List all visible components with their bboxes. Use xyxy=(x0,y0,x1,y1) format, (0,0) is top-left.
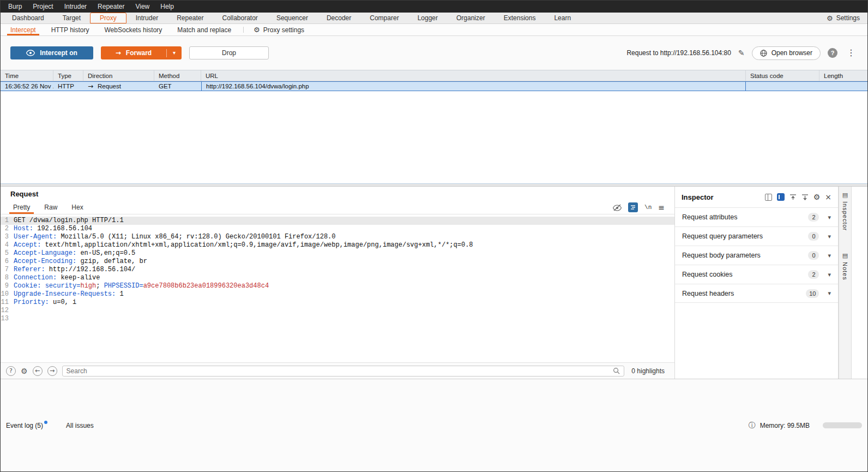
editor-line[interactable]: 5Accept-Language: en-US,en;q=0.5 xyxy=(1,249,674,258)
inspector-row-request-cookies[interactable]: Request cookies2▾ xyxy=(675,265,838,284)
intercept-toggle-button[interactable]: Intercept on xyxy=(10,46,93,59)
next-match-icon[interactable]: → xyxy=(47,366,57,376)
column-header-direction[interactable]: Direction xyxy=(83,70,154,81)
editor-tabs: PrettyRawHex xyxy=(6,201,91,214)
tab-target[interactable]: Target xyxy=(53,13,90,23)
event-log-button[interactable]: Event log (5) xyxy=(6,422,47,429)
highlights-count-label: 0 highlights xyxy=(629,367,669,375)
editor-line[interactable]: 9Cookie: security=high; PHPSESSID=a9ce78… xyxy=(1,282,674,290)
tab-collaborator[interactable]: Collaborator xyxy=(213,13,267,23)
tab-sequencer[interactable]: Sequencer xyxy=(267,13,317,23)
event-log-label: Event log (5) xyxy=(6,422,43,429)
search-help-icon[interactable]: ? xyxy=(6,366,16,376)
memory-bar xyxy=(823,422,862,428)
menu-intruder[interactable]: Intruder xyxy=(59,1,92,13)
drop-button[interactable]: Drop xyxy=(189,46,269,59)
prev-match-icon[interactable]: ← xyxy=(33,366,43,376)
inspector-row-request-body-parameters[interactable]: Request body parameters0▾ xyxy=(675,246,838,265)
editor-search-bar: ? ⚙ ← → 0 highlights xyxy=(1,362,674,379)
tab-decoder[interactable]: Decoder xyxy=(317,13,360,23)
table-row[interactable]: 16:36:52 26 Nov ...HTTP→RequestGEThttp:/… xyxy=(1,81,867,91)
cell-url[interactable]: http://192.168.56.104/dvwa/login.php xyxy=(201,81,746,91)
nonprinting-chars-toggle-icon[interactable]: \n xyxy=(644,204,652,211)
editor-line[interactable]: 8Connection: keep-alive xyxy=(1,274,674,282)
editor-line[interactable]: 4Accept: text/html,application/xhtml+xml… xyxy=(1,241,674,249)
inspector-row-label: Request headers xyxy=(682,290,806,297)
column-header-length[interactable]: Length xyxy=(819,70,867,81)
menu-view[interactable]: View xyxy=(130,1,155,13)
menu-repeater[interactable]: Repeater xyxy=(92,1,130,13)
subtab-match-and-replace[interactable]: Match and replace xyxy=(170,24,239,35)
inspector-toolbar: ⚙ × xyxy=(765,193,831,201)
column-header-url[interactable]: URL xyxy=(201,70,746,81)
editor-line[interactable]: 3User-Agent: Mozilla/5.0 (X11; Linux x86… xyxy=(1,233,674,241)
editor-line[interactable]: 7Referer: http://192.168.56.104/ xyxy=(1,266,674,274)
editor-line[interactable]: 11Priority: u=0, i xyxy=(1,298,674,307)
menu-help[interactable]: Help xyxy=(155,1,179,13)
expand-all-icon[interactable] xyxy=(801,194,809,201)
line-number: 5 xyxy=(1,249,14,258)
search-input[interactable] xyxy=(67,367,613,375)
edit-target-icon[interactable]: ✎ xyxy=(738,49,745,57)
proxy-settings-button[interactable]: ⚙ Proxy settings xyxy=(248,24,310,35)
editor-tab-pretty[interactable]: Pretty xyxy=(6,201,37,214)
tab-learn[interactable]: Learn xyxy=(545,13,580,23)
tab-comparer[interactable]: Comparer xyxy=(360,13,408,23)
tab-repeater[interactable]: Repeater xyxy=(167,13,213,23)
subtab-intercept[interactable]: Intercept xyxy=(3,24,44,35)
expanded-view-icon[interactable] xyxy=(777,193,785,201)
forward-button[interactable]: → Forward ▾ xyxy=(101,46,182,59)
inspector-close-icon[interactable]: × xyxy=(825,193,831,201)
settings-button[interactable]: ⚙ Settings xyxy=(819,13,867,23)
main-tab-bar: DashboardTargetProxyIntruderRepeaterColl… xyxy=(1,13,867,24)
inspector-row-request-query-parameters[interactable]: Request query parameters0▾ xyxy=(675,226,838,246)
chevron-down-icon[interactable]: ▾ xyxy=(167,50,182,56)
inspector-settings-icon[interactable]: ⚙ xyxy=(813,193,821,201)
subtab-websockets-history[interactable]: WebSockets history xyxy=(97,24,170,35)
menu-project[interactable]: Project xyxy=(27,1,58,13)
column-header-method[interactable]: Method xyxy=(154,70,201,81)
search-settings-icon[interactable]: ⚙ xyxy=(21,367,28,375)
collapse-all-icon[interactable] xyxy=(789,194,797,201)
column-header-time[interactable]: Time xyxy=(1,70,53,81)
editor-line[interactable]: 1GET /dvwa/login.php HTTP/1.1 xyxy=(1,217,674,225)
line-content: Accept-Encoding: gzip, deflate, br xyxy=(14,258,147,266)
tab-extensions[interactable]: Extensions xyxy=(495,13,545,23)
chevron-down-icon: ▾ xyxy=(828,272,831,278)
more-menu-icon[interactable]: ⋮ xyxy=(845,49,858,57)
inspector-row-request-headers[interactable]: Request headers10▾ xyxy=(675,284,838,303)
inspector-row-request-attributes[interactable]: Request attributes2▾ xyxy=(675,207,838,226)
proxy-settings-label: Proxy settings xyxy=(263,26,304,34)
editor-tab-raw[interactable]: Raw xyxy=(37,201,64,214)
wrap-lines-icon[interactable]: ≡ xyxy=(658,204,665,211)
editor-line[interactable]: 10Upgrade-Insecure-Requests: 1 xyxy=(1,290,674,298)
side-tab-inspector[interactable]: ▤Inspector xyxy=(842,192,848,231)
editor-line[interactable]: 13 xyxy=(1,315,674,323)
editor-line[interactable]: 12 xyxy=(1,307,674,315)
tab-intruder[interactable]: Intruder xyxy=(126,13,167,23)
eye-off-icon[interactable] xyxy=(613,204,622,211)
side-tab-notes[interactable]: ▤Notes xyxy=(842,253,848,280)
menu-burp[interactable]: Burp xyxy=(3,1,27,13)
all-issues-button[interactable]: All issues xyxy=(66,422,94,429)
request-editor[interactable]: 1GET /dvwa/login.php HTTP/1.12Host: 192.… xyxy=(1,214,674,362)
compact-view-icon[interactable] xyxy=(765,194,772,201)
tab-logger[interactable]: Logger xyxy=(408,13,447,23)
line-content: User-Agent: Mozilla/5.0 (X11; Linux x86_… xyxy=(14,233,336,241)
column-header-status-code[interactable]: Status code xyxy=(746,70,819,81)
subtab-http-history[interactable]: HTTP history xyxy=(44,24,97,35)
editor-tab-hex[interactable]: Hex xyxy=(64,201,90,214)
line-number: 9 xyxy=(1,282,14,290)
open-browser-button[interactable]: Open browser xyxy=(752,46,821,60)
pretty-print-toggle-icon[interactable] xyxy=(628,202,638,212)
column-header-type[interactable]: Type xyxy=(53,70,83,81)
editor-line[interactable]: 6Accept-Encoding: gzip, deflate, br xyxy=(1,258,674,266)
tab-dashboard[interactable]: Dashboard xyxy=(3,13,53,23)
tab-proxy[interactable]: Proxy xyxy=(90,13,126,23)
request-panel: Request PrettyRawHex \n ≡ 1GET /dvwa/log… xyxy=(1,187,675,379)
proxy-sub-tab-bar: InterceptHTTP historyWebSockets historyM… xyxy=(1,24,867,36)
table-empty-area xyxy=(1,91,867,183)
tab-organizer[interactable]: Organizer xyxy=(447,13,495,23)
editor-line[interactable]: 2Host: 192.168.56.104 xyxy=(1,225,674,233)
help-icon[interactable]: ? xyxy=(828,48,837,58)
